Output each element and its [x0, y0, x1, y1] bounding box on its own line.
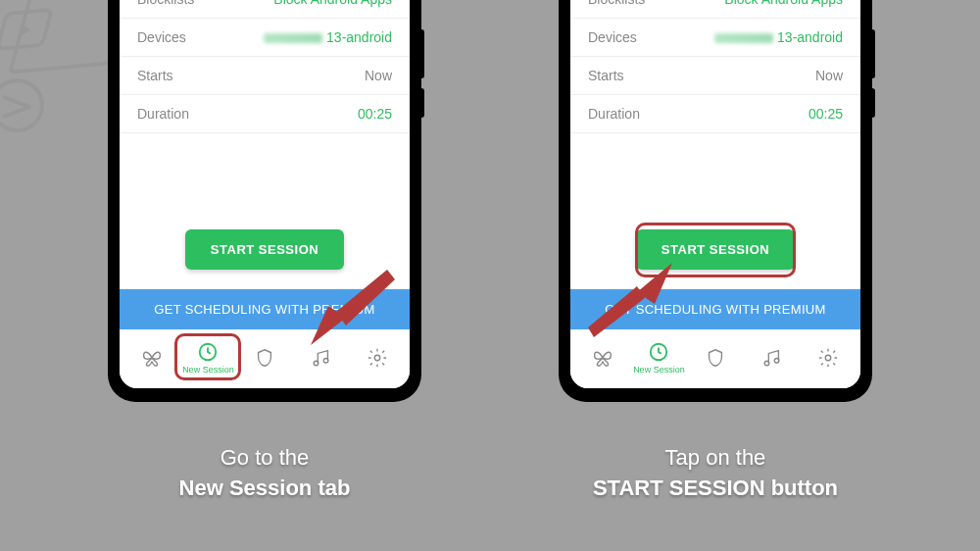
caption-left: Go to the New Session tab: [179, 443, 351, 504]
svg-marker-11: [588, 286, 645, 337]
row-blocklists[interactable]: Blocklists Block Android Apps: [120, 0, 410, 19]
row-label: Devices: [588, 29, 637, 45]
row-blocklists[interactable]: Blocklists Block Android Apps: [570, 0, 860, 19]
nav-label: New Session: [182, 365, 234, 375]
shield-icon: [705, 347, 726, 369]
row-label: Devices: [137, 29, 186, 45]
svg-point-8: [774, 358, 779, 363]
nav-shield[interactable]: [688, 343, 743, 373]
butterfly-icon: [141, 347, 163, 369]
row-value: Block Android Apps: [724, 0, 843, 7]
caption-line2: New Session tab: [179, 476, 351, 500]
row-devices[interactable]: Devices 13-android: [120, 19, 410, 57]
row-value: 13-android: [714, 29, 843, 45]
nav-music[interactable]: [745, 343, 800, 373]
caption-line1: Tap on the: [665, 445, 766, 470]
nav-butterfly[interactable]: [124, 343, 179, 373]
arrow-to-button: [578, 257, 686, 355]
row-label: Duration: [137, 106, 189, 122]
svg-point-9: [825, 355, 831, 361]
shield-icon: [254, 347, 275, 369]
row-duration[interactable]: Duration 00:25: [570, 95, 860, 133]
row-starts[interactable]: Starts Now: [120, 57, 410, 95]
music-icon: [761, 347, 783, 369]
nav-settings[interactable]: [801, 343, 856, 373]
row-duration[interactable]: Duration 00:25: [120, 95, 410, 133]
row-value: 00:25: [358, 106, 392, 122]
row-value: Now: [365, 68, 392, 83]
row-value: Block Android Apps: [273, 0, 392, 7]
row-label: Blocklists: [588, 0, 645, 7]
caption-line1: Go to the: [220, 445, 310, 470]
nav-label: New Session: [633, 365, 685, 375]
row-label: Starts: [588, 68, 624, 83]
caption-line2: START SESSION button: [593, 476, 838, 500]
svg-marker-5: [336, 270, 395, 326]
row-label: Duration: [588, 106, 640, 122]
row-value: 00:25: [808, 106, 843, 122]
row-value: Now: [815, 68, 843, 83]
gear-icon: [817, 347, 839, 369]
row-label: Blocklists: [137, 0, 194, 7]
arrow-to-tab: [299, 255, 407, 363]
row-starts[interactable]: Starts Now: [570, 57, 860, 95]
svg-point-7: [764, 361, 769, 366]
row-devices[interactable]: Devices 13-android: [570, 19, 860, 57]
clock-icon: [197, 341, 219, 363]
row-label: Starts: [137, 68, 173, 83]
nav-new-session[interactable]: New Session: [180, 337, 235, 378]
caption-right: Tap on the START SESSION button: [593, 443, 838, 504]
nav-shield[interactable]: [237, 343, 292, 373]
row-value: 13-android: [264, 29, 392, 45]
